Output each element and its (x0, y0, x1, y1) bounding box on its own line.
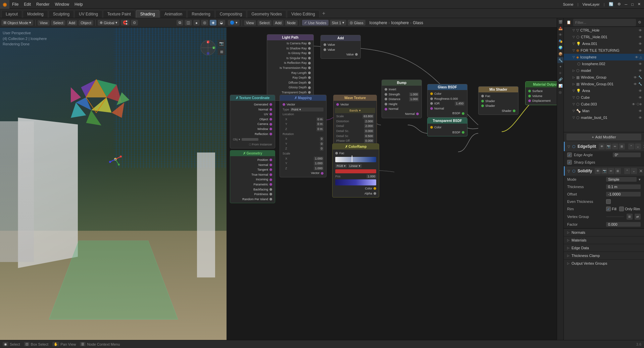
breadcrumb-icosphere1[interactable]: Icosphere (369, 20, 387, 25)
node-editor-type[interactable]: 🔵 ▾ (228, 20, 240, 26)
ne-node-menu[interactable]: Node (285, 20, 298, 26)
visibility-icon[interactable]: 👁 (635, 55, 638, 59)
solidify-expand[interactable]: ▽ (567, 169, 570, 173)
global-orientation[interactable]: ⊕ Global ▾ (98, 20, 119, 26)
edgesplit-cage[interactable]: ⊞ (619, 143, 625, 149)
factor-value[interactable]: 0.000 (606, 222, 641, 227)
edge-angle-value[interactable]: 0° (613, 153, 641, 157)
fill-checkbox[interactable] (606, 207, 611, 211)
tab-animation[interactable]: Animation (160, 10, 187, 18)
visibility-icon[interactable]: 👁 (639, 116, 642, 120)
node-output[interactable]: Material Output Surface Volume Displacem… (525, 81, 557, 105)
outliner-filter-icon[interactable]: ⚙ (638, 20, 641, 25)
visibility-icon[interactable]: 👁 (634, 82, 637, 86)
render-settings-icon[interactable]: ⚙ (616, 2, 622, 6)
outliner-item-cube-003[interactable]: ▽ ⬡ Cube.003 👁 ⬡⊕ (564, 101, 644, 107)
vertex-group-select-btn[interactable]: ⊞ (627, 214, 633, 220)
prop-icon-world[interactable]: 🌍 (557, 44, 563, 50)
shading-material[interactable]: ◎ (201, 20, 208, 26)
ne-select-menu[interactable]: Select (257, 20, 272, 26)
menu-window[interactable]: Window (52, 0, 72, 9)
render-engine-icon[interactable]: 🔄 (607, 2, 615, 6)
outliner-item-ctrl-hole-001[interactable]: ▽ ⬡ CTRL_Hole.001 👁 (564, 34, 644, 40)
menu-edit[interactable]: Edit (21, 0, 34, 9)
section-edge-data[interactable]: ▷ Edge Data (564, 244, 644, 252)
edgesplit-realtime[interactable]: 👁 (599, 143, 605, 149)
outliner-search[interactable] (573, 19, 636, 26)
add-menu[interactable]: Add (67, 20, 78, 26)
solidify-close[interactable]: ✕ (639, 168, 643, 174)
tab-geometry-nodes[interactable]: Geometry Nodes (247, 10, 286, 18)
vertex-group-input[interactable] (606, 216, 624, 217)
node-color-ramp[interactable]: ✗ ColorRamp Fac RGB ▾ Linear ▾ Pos1.000 (332, 143, 379, 198)
view-grid-btn[interactable]: ⊞ (218, 48, 225, 55)
prop-icon-material[interactable]: ◎ (557, 89, 563, 95)
outliner-item-window-group-001[interactable]: ▷ ▦ Window_Group.001 👁 🔧 (564, 81, 644, 87)
section-thickness-clamp[interactable]: ▷ Thickness Clamp (564, 252, 644, 259)
tab-modeling[interactable]: Modeling (23, 10, 48, 18)
select-menu[interactable]: Select (51, 20, 65, 26)
overlay-btn[interactable]: ⧉ (177, 20, 183, 26)
xray-btn[interactable]: ◫ (185, 20, 192, 26)
visibility-icon[interactable]: 👁 (639, 29, 642, 32)
prop-icon-data[interactable]: 📊 (557, 83, 563, 89)
section-materials[interactable]: ▷ Materials (564, 236, 644, 244)
prop-icon-output[interactable]: 📤 (557, 25, 563, 31)
tab-sculpting[interactable]: Sculpting (49, 10, 74, 18)
ne-view-menu[interactable]: View (244, 20, 256, 26)
prop-icon-scene[interactable]: 🎭 (557, 38, 563, 44)
visibility-icon[interactable]: 👁 (632, 102, 635, 106)
outliner-item-icosphere-002[interactable]: ⬡ Icosphere.002 👁 (564, 60, 644, 67)
section-output-vertex-groups[interactable]: ▷ Output Vertex Groups (564, 259, 644, 267)
outliner-item-window-group[interactable]: ▷ ▦ Window_Group 👁 🔧 (564, 74, 644, 81)
add-modifier-button[interactable]: + Add Modifier (566, 134, 641, 140)
window-maximize[interactable]: □ (630, 2, 635, 6)
view-camera-btn[interactable]: 📷 (218, 40, 225, 47)
prop-icon-render[interactable]: 🎬 (557, 19, 563, 25)
outliner-item-cube[interactable]: ▽ ⬡ Cube 👁 (564, 94, 644, 101)
solidify-move-down[interactable]: ⌄ (631, 168, 637, 174)
vertex-group-swap-btn[interactable]: ⇄ (635, 214, 641, 220)
shading-rendered[interactable]: ◈ (210, 20, 216, 26)
edgesplit-expand[interactable]: ▽ (567, 145, 570, 148)
visibility-icon[interactable]: 👁 (639, 89, 642, 93)
tab-video-editing[interactable]: Video Editing (287, 10, 319, 18)
outliner-item-ctrl-hole[interactable]: ▽ ▽ CTRL_Hole 👁 (564, 27, 644, 34)
node-texture-coordinate[interactable]: ✗ Texture Coordinate Generated Normal UV… (230, 95, 275, 148)
tab-layout[interactable]: Layout (1, 10, 22, 18)
window-minimize[interactable]: ─ (624, 2, 629, 6)
node-geometry[interactable]: ✗ Geometry Position Normal Tangent True … (230, 150, 275, 203)
outliner-item-for-tile[interactable]: ▽ ⊕ FOR TILE TEXTURING 👁 (564, 47, 644, 54)
shading-eevee[interactable]: ◒ (218, 20, 225, 26)
scene-selector[interactable]: Scene (561, 2, 575, 6)
solidify-render[interactable]: 📷 (601, 168, 607, 174)
menu-file[interactable]: File (9, 0, 21, 9)
mode-value[interactable]: Simple (606, 177, 637, 182)
visibility-icon[interactable]: 👁 (639, 109, 642, 113)
tab-compositing[interactable]: Compositing (215, 10, 247, 18)
edgesplit-edit[interactable]: ✏ (612, 143, 618, 149)
outliner-item-marble[interactable]: ▽ ⬡ marble_bust_01 👁 (564, 114, 644, 121)
viewport-3d[interactable]: ⊞ Object Mode ▾ View Select Add Object ⊕… (0, 18, 227, 340)
node-mapping[interactable]: ✗ Mapping Vector Type Point ▾ Location X… (280, 95, 327, 177)
edgesplit-move-up[interactable]: ⌃ (628, 143, 634, 149)
prop-icon-object[interactable]: 📦 (557, 51, 563, 57)
visibility-icon[interactable]: 👁 (634, 76, 637, 79)
viewport-canvas[interactable]: Z X (0, 28, 227, 340)
tab-rendering[interactable]: Rendering (187, 10, 214, 18)
outliner-item-man[interactable]: ▽ 🦴 Man 👁 (564, 107, 644, 114)
visibility-icon[interactable]: 👁 (639, 96, 642, 99)
material-selector[interactable]: ◎ Glass (348, 20, 365, 26)
node-bump[interactable]: Bump Invert Strength 1.000 Distance 1.00… (382, 80, 422, 118)
edge-angle-checkbox[interactable] (567, 153, 572, 157)
snap-btn[interactable]: 🧲 (121, 20, 130, 26)
node-transparent-bsdf[interactable]: Transparent BSDF Color BSDF (427, 118, 467, 136)
tab-shading[interactable]: Shading (136, 10, 159, 18)
solidify-cage[interactable]: ⊞ (615, 168, 621, 174)
thickness-value[interactable]: 0.1 m (606, 184, 641, 189)
node-glass-bsdf[interactable]: Glass BSDF Color Roughness 0.000 IOR 1.4… (427, 84, 467, 118)
blender-logo[interactable]: ◉ (0, 0, 9, 9)
tab-uv-editing[interactable]: UV Editing (75, 10, 102, 18)
prop-icon-constraints[interactable]: 🔗 (557, 76, 563, 82)
window-close[interactable]: ✕ (636, 2, 642, 6)
